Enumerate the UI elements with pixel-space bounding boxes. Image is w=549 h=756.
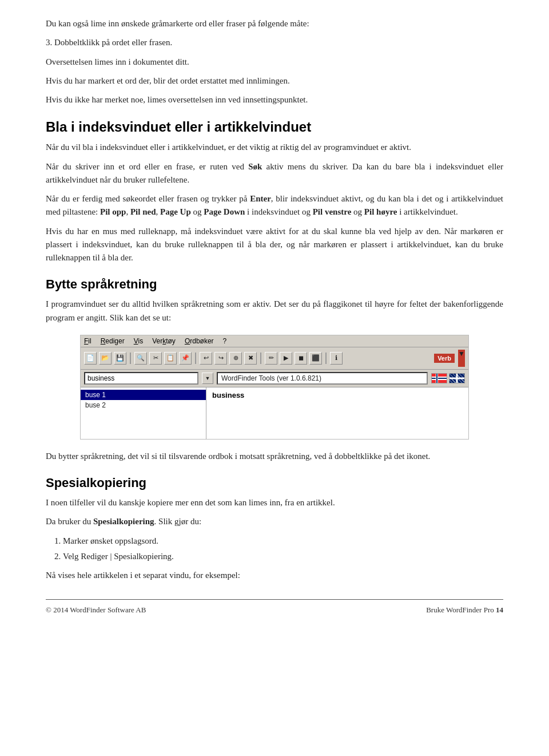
toolbar-btn-8[interactable]: ↩: [200, 352, 212, 365]
menu-verktoy[interactable]: Verktøy: [152, 337, 176, 345]
intro-section: Du kan også lime inn ønskede gråmarkerte…: [46, 17, 503, 106]
toolbar-btn-2[interactable]: 📂: [99, 352, 112, 365]
spesialkopiering-bold: Spesialkopiering: [93, 517, 154, 526]
section2-p1: I programvinduet ser du alltid hvilken s…: [46, 298, 503, 324]
toolbar-btn-12[interactable]: ✏: [265, 352, 277, 365]
pil-ned-bold: Pil ned: [130, 207, 156, 216]
toolbar-btn-6[interactable]: 📋: [164, 352, 177, 365]
section3-heading: Spesialkopiering: [46, 476, 503, 490]
toolbar-sep-2: [195, 353, 196, 364]
footer-copyright: © 2014 WordFinder Software AB: [46, 605, 146, 615]
spesialkopiering-list: Marker ønsket oppslagsord. Velg Rediger …: [63, 535, 503, 564]
index-item-2[interactable]: buse 2: [81, 400, 206, 410]
toolbar-btn-14[interactable]: ◼: [295, 352, 307, 365]
toolbar-sep-1: [130, 353, 131, 364]
page-down-bold: Page Down: [204, 207, 245, 216]
search-input[interactable]: [84, 372, 198, 385]
toolbar-btn-11[interactable]: ✖: [244, 352, 257, 365]
intro-p3: Oversettelsen limes inn i dokumentet dit…: [46, 56, 503, 69]
section3-p2: Da bruker du Spesialkopiering. Slik gjør…: [46, 515, 503, 528]
search-dropdown[interactable]: ▼: [202, 373, 213, 384]
section3-p3: Nå vises hele artikkelen i et separat vi…: [46, 569, 503, 582]
intro-p1: Du kan også lime inn ønskede gråmarkerte…: [46, 17, 503, 30]
list-item-1: Marker ønsket oppslagsord.: [63, 535, 503, 548]
index-item-1[interactable]: buse 1: [81, 390, 206, 400]
toolbar-btn-1[interactable]: 📄: [84, 352, 97, 365]
toolbar-btn-4[interactable]: 🔍: [134, 352, 147, 365]
section2-after-p1: Du bytter språkretning, det vil si til t…: [46, 450, 503, 463]
section1-p1: Når du vil bla i indeksvinduet eller i a…: [46, 141, 503, 154]
sok-bold: Søk: [248, 162, 262, 171]
app-search-row: ▼ WordFinder Tools (ver 1.0.6.821): [81, 370, 468, 387]
flag-norway: [431, 373, 447, 383]
enter-bold: Enter: [250, 194, 271, 203]
toolbar-btn-15[interactable]: ⬛: [309, 352, 322, 365]
pil-venstre-bold: Pil venstre: [313, 207, 352, 216]
footer-page-number: 14: [496, 605, 503, 614]
article-pane: business: [206, 387, 468, 439]
section-spesialkopiering: Spesialkopiering I noen tilfeller vil du…: [46, 476, 503, 582]
verb-button[interactable]: Verb: [434, 354, 455, 363]
app-screenshot: Fil Rediger Vis Verktøy Ordbøker ? 📄 📂 💾…: [80, 335, 469, 440]
section1-heading: Bla i indeksvinduet eller i artikkelvind…: [46, 119, 503, 135]
menu-fil[interactable]: Fil: [84, 337, 92, 345]
section-bla: Bla i indeksvinduet eller i artikkelvind…: [46, 119, 503, 264]
app-content-area: buse 1 buse 2 business: [81, 387, 468, 439]
toolbar-btn-7[interactable]: 📌: [179, 352, 192, 365]
flag-uk: [449, 373, 465, 383]
pil-hoyre-bold: Pil høyre: [364, 207, 397, 216]
menu-help[interactable]: ?: [223, 337, 227, 345]
toolbar-btn-13[interactable]: ▶: [280, 352, 292, 365]
toolbar-btn-10[interactable]: ⊕: [229, 352, 242, 365]
app-toolbar: 📄 📂 💾 🔍 ✂ 📋 📌 ↩ ↪ ⊕ ✖ ✏ ▶ ◼ ⬛ ℹ Verb ▼: [81, 347, 468, 370]
toolbar-btn-3[interactable]: 💾: [114, 352, 126, 365]
intro-p2: 3. Dobbeltklikk på ordet eller frasen.: [46, 36, 503, 49]
footer: © 2014 WordFinder Software AB Bruke Word…: [46, 599, 503, 620]
app-menubar: Fil Rediger Vis Verktøy Ordbøker ?: [81, 335, 468, 347]
toolbar-sep-4: [325, 353, 327, 364]
section1-p3: Når du er ferdig med søkeordet eller fra…: [46, 192, 503, 219]
title-bar-text: WordFinder Tools (ver 1.0.6.821): [217, 372, 428, 385]
article-text: business: [212, 391, 244, 399]
section1-p4: Hvis du har en mus med rulleknapp, må in…: [46, 225, 503, 265]
toolbar-sep-3: [260, 353, 261, 364]
section3-p2-start: Da bruker du: [46, 517, 93, 526]
list-item-2: Velg Rediger | Spesialkopiering.: [63, 550, 503, 563]
section3-p2-end: . Slik gjør du:: [154, 517, 202, 526]
toolbar-btn-5[interactable]: ✂: [149, 352, 162, 365]
index-pane: buse 1 buse 2: [81, 387, 206, 439]
intro-p4: Hvis du har markert et ord der, blir det…: [46, 74, 503, 88]
menu-vis[interactable]: Vis: [134, 337, 143, 345]
pil-opp-bold: Pil opp: [100, 207, 126, 216]
red-arrow-indicator: ▼: [458, 350, 465, 367]
flags-container: [431, 373, 465, 383]
menu-rediger[interactable]: Rediger: [101, 337, 125, 345]
footer-page-label: Bruke WordFinder Pro: [426, 605, 496, 614]
section-bytte: Bytte språkretning I programvinduet ser …: [46, 277, 503, 463]
intro-p5: Hvis du ikke har merket noe, limes overs…: [46, 93, 503, 106]
toolbar-btn-16[interactable]: ℹ: [330, 352, 343, 365]
toolbar-btn-9[interactable]: ↪: [214, 352, 227, 365]
menu-ordboker[interactable]: Ordbøker: [185, 337, 214, 345]
section1-p2: Når du skriver inn et ord eller en frase…: [46, 160, 503, 187]
section2-heading: Bytte språkretning: [46, 277, 503, 292]
footer-page: Bruke WordFinder Pro 14: [426, 605, 503, 615]
page-up-bold: Page Up: [160, 207, 191, 216]
section3-p1: I noen tilfeller vil du kanskje kopiere …: [46, 496, 503, 509]
